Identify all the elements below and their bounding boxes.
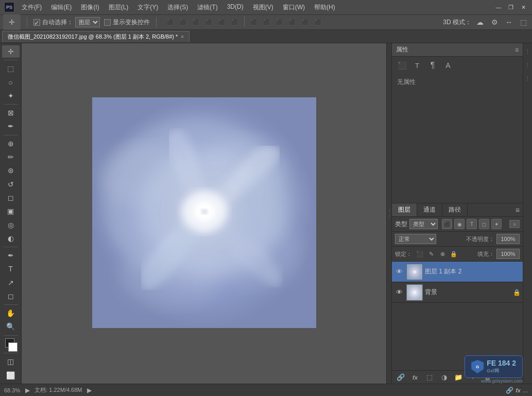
brush-tool-btn[interactable]: ✏: [2, 151, 20, 163]
opacity-input[interactable]: [496, 234, 520, 244]
properties-tool-para[interactable]: ¶: [427, 60, 438, 71]
menu-help[interactable]: 帮助(H): [310, 2, 339, 13]
distribute-4-btn[interactable]: ⬛: [287, 16, 298, 28]
distribute-1-btn[interactable]: ⬛: [248, 16, 260, 28]
menu-image[interactable]: 图像(I): [77, 2, 103, 13]
menu-file[interactable]: 文件(F): [18, 2, 46, 13]
layer-link-btn[interactable]: 🔗: [395, 372, 406, 383]
distribute-3-btn[interactable]: ⬛: [274, 16, 285, 28]
lock-all-icon[interactable]: 🔒: [449, 249, 458, 259]
3d-tool-2[interactable]: ⚙: [489, 16, 500, 28]
properties-tool-rect[interactable]: ⬛: [396, 60, 407, 71]
lock-position-icon[interactable]: ⊕: [438, 249, 447, 259]
distribute-5-btn[interactable]: ⬛: [300, 16, 311, 28]
tab-channels[interactable]: 通道: [417, 203, 442, 216]
layer-mask-btn[interactable]: ⬚: [424, 372, 435, 383]
bottom-trash-icon[interactable]: ...: [523, 387, 528, 394]
right-tool-2[interactable]: ⋮: [524, 59, 532, 71]
layer-adjust-btn[interactable]: ◑: [438, 372, 450, 383]
tab-paths[interactable]: 路径: [442, 203, 468, 216]
tab-layers[interactable]: 图层: [392, 203, 417, 216]
align-top-btn[interactable]: ⬛: [203, 16, 215, 28]
dodge-tool-btn[interactable]: ◐: [2, 232, 20, 245]
auto-select-checkbox[interactable]: ✓: [33, 19, 40, 26]
doc-info-expand-btn[interactable]: ▶: [85, 386, 94, 394]
menu-select[interactable]: 选择(S): [163, 2, 192, 13]
zoom-nav-btn[interactable]: ▶: [23, 386, 31, 394]
layers-panel-menu[interactable]: ≡: [512, 205, 523, 215]
3d-tool-3[interactable]: ↔: [503, 16, 514, 28]
align-bottom-btn[interactable]: ⬛: [229, 16, 241, 28]
align-right-btn[interactable]: ⬛: [191, 16, 202, 28]
filter-adjust-icon[interactable]: ◉: [454, 219, 465, 229]
properties-menu-icon[interactable]: ≡: [515, 46, 519, 54]
spot-heal-tool-btn[interactable]: ⊕: [2, 137, 20, 149]
menu-text[interactable]: 文字(Y): [133, 2, 162, 13]
layer-item-copy2[interactable]: 👁 图层 1 副本 2: [392, 262, 523, 282]
layer-item-bg[interactable]: 👁 背景 🔒: [392, 282, 523, 303]
filter-pixel-icon[interactable]: ⬛: [442, 219, 452, 229]
minimize-button[interactable]: —: [494, 3, 503, 11]
menu-window[interactable]: 窗口(W): [279, 2, 309, 13]
right-tool-1[interactable]: ⋮: [524, 45, 532, 58]
layer-visibility-eye-bg[interactable]: 👁: [394, 287, 404, 298]
eraser-tool-btn[interactable]: ◻: [2, 192, 20, 204]
lasso-tool-btn[interactable]: ○: [2, 76, 20, 88]
lock-brush-icon[interactable]: ✎: [426, 249, 436, 259]
menu-3d[interactable]: 3D(D): [223, 2, 248, 13]
color-picker[interactable]: [2, 337, 20, 351]
filter-toggle-btn[interactable]: ○: [509, 220, 520, 228]
menu-edit[interactable]: 编辑(E): [47, 2, 76, 13]
document-tab[interactable]: 微信截图_20210823192017.jpg @ 68.3% (图层 1 副本…: [2, 31, 190, 42]
filter-smart-icon[interactable]: ✦: [491, 219, 502, 229]
history-brush-btn[interactable]: ↺: [2, 178, 20, 190]
align-vcenter-btn[interactable]: ⬛: [216, 16, 228, 28]
properties-tool-a[interactable]: A: [442, 60, 454, 71]
layer-select-dropdown[interactable]: 图层: [75, 17, 100, 27]
filter-text-icon[interactable]: T: [467, 219, 477, 229]
text-tool-btn[interactable]: T: [2, 263, 20, 275]
hand-tool-btn[interactable]: ✋: [2, 307, 20, 319]
background-color[interactable]: [8, 342, 18, 352]
align-center-btn[interactable]: ⬛: [178, 16, 189, 28]
move-tool-btn[interactable]: ✛: [2, 45, 20, 58]
screen-mode-btn[interactable]: ⬜: [2, 369, 20, 382]
move-tool[interactable]: ✛: [3, 14, 21, 30]
show-transform-checkbox[interactable]: [104, 19, 111, 26]
close-button[interactable]: ✕: [519, 3, 528, 11]
mask-mode-btn[interactable]: ◫: [2, 355, 20, 368]
eyedropper-tool-btn[interactable]: ✒: [2, 120, 20, 132]
lock-checkerboard-icon[interactable]: ⬛: [415, 249, 424, 259]
layer-group-btn[interactable]: 📁: [453, 372, 464, 383]
distribute-6-btn[interactable]: ⬛: [313, 16, 324, 28]
bottom-link-icon[interactable]: 🔗: [506, 387, 513, 394]
menu-filter[interactable]: 滤镜(T): [193, 2, 221, 13]
stamp-tool-btn[interactable]: ⊛: [2, 164, 20, 177]
layer-fx-btn[interactable]: fx: [409, 372, 421, 383]
fill-input[interactable]: [496, 249, 520, 259]
properties-tool-text[interactable]: T: [411, 60, 423, 71]
pen-tool-btn[interactable]: ✒: [2, 249, 20, 262]
align-left-btn[interactable]: ⬛: [165, 16, 176, 28]
gradient-tool-btn[interactable]: ▣: [2, 205, 20, 217]
marquee-tool-btn[interactable]: ⬚: [2, 62, 20, 75]
distribute-2-btn[interactable]: ⬛: [261, 16, 272, 28]
tab-close-button[interactable]: ×: [181, 34, 184, 40]
filter-type-select[interactable]: 类型: [409, 219, 438, 229]
bottom-fx-btn[interactable]: fx: [516, 387, 521, 393]
filter-shape-icon[interactable]: ◻: [479, 219, 489, 229]
blend-mode-select[interactable]: 正常: [395, 234, 436, 244]
3d-tool-4[interactable]: ⬚: [518, 16, 529, 28]
magic-wand-tool-btn[interactable]: ✦: [2, 90, 20, 102]
blur-tool-btn[interactable]: ◎: [2, 218, 20, 231]
right-tool-3[interactable]: ⋮: [524, 72, 532, 84]
menu-layer[interactable]: 图层(L): [105, 2, 133, 13]
3d-tool-1[interactable]: ☁: [474, 16, 486, 28]
panel-collapse-handle[interactable]: ⋮⋮: [386, 43, 391, 384]
restore-button[interactable]: ❐: [506, 3, 516, 11]
menu-view[interactable]: 视图(V): [249, 2, 278, 13]
zoom-tool-btn[interactable]: 🔍: [2, 320, 20, 333]
crop-tool-btn[interactable]: ⊠: [2, 107, 20, 119]
layer-visibility-eye-copy2[interactable]: 👁: [394, 267, 404, 277]
path-select-btn[interactable]: ↗: [2, 277, 20, 289]
